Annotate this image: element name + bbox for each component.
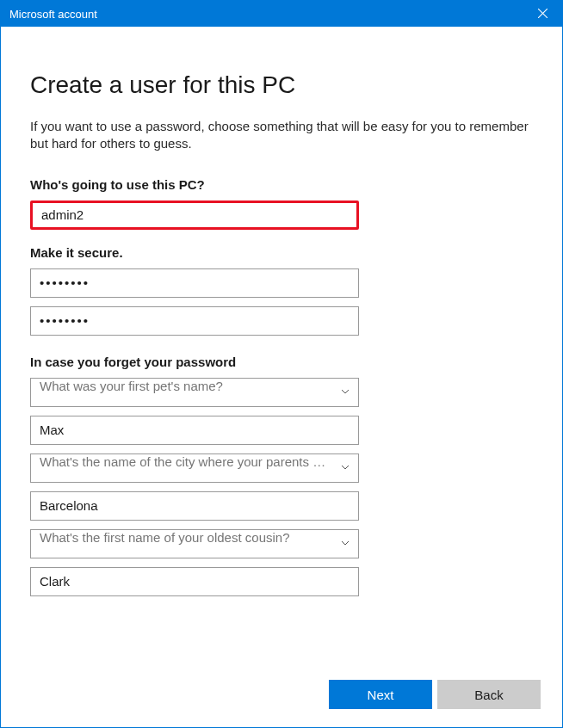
security-answer-3-input[interactable] [30, 567, 359, 596]
username-label: Who's going to use this PC? [30, 177, 533, 192]
content-area: Create a user for this PC If you want to… [1, 27, 562, 596]
security-question-3-wrap: What's the first name of your oldest cou… [30, 529, 359, 558]
security-question-2-select[interactable]: What's the name of the city where your p… [30, 453, 359, 483]
password-input[interactable] [30, 268, 359, 298]
password-label: Make it secure. [30, 245, 533, 260]
security-answer-1-wrap [30, 416, 359, 445]
back-button[interactable]: Back [437, 680, 541, 709]
security-question-1-select[interactable]: What was your first pet's name? [30, 378, 359, 407]
close-button[interactable] [523, 1, 562, 27]
confirm-password-field-wrap [30, 306, 359, 336]
page-title: Create a user for this PC [30, 71, 533, 99]
close-icon [538, 8, 548, 21]
security-question-2-wrap: What's the name of the city where your p… [30, 453, 359, 483]
security-answer-1-input[interactable] [30, 416, 359, 445]
footer-buttons: Next Back [329, 680, 541, 709]
confirm-password-input[interactable] [30, 306, 359, 336]
security-answer-2-wrap [30, 491, 359, 521]
security-answer-2-input[interactable] [30, 491, 359, 521]
security-question-1-wrap: What was your first pet's name? [30, 378, 359, 407]
security-question-3-select[interactable]: What's the first name of your oldest cou… [30, 529, 359, 558]
window-title: Microsoft account [9, 8, 97, 21]
username-field-wrap [30, 201, 359, 230]
page-description: If you want to use a password, choose so… [30, 118, 533, 153]
titlebar: Microsoft account [1, 1, 562, 27]
security-answer-3-wrap [30, 567, 359, 596]
next-button[interactable]: Next [329, 680, 432, 709]
security-questions-label: In case you forget your password [30, 355, 533, 369]
username-input[interactable] [33, 203, 356, 227]
password-field-wrap [30, 268, 359, 298]
